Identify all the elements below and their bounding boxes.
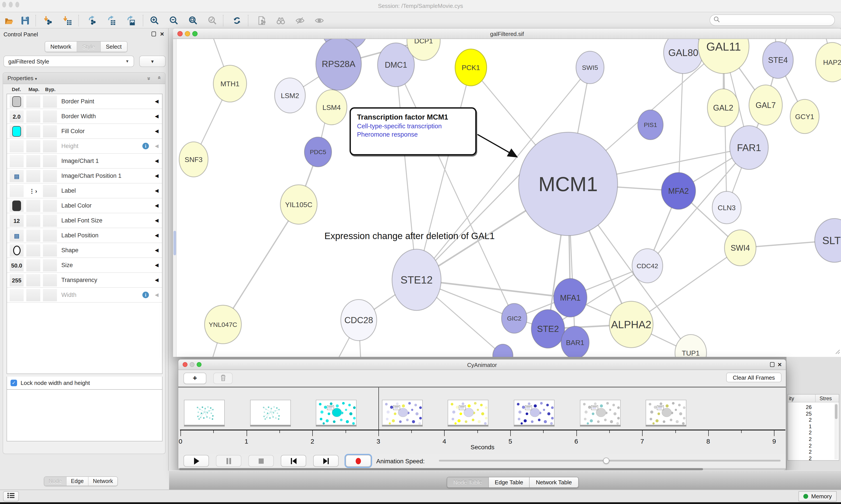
default-value-cell[interactable]: 50.0 (10, 259, 24, 271)
info-icon[interactable]: i (142, 292, 149, 298)
network-node-far1[interactable]: FAR1 (730, 126, 768, 169)
timeline[interactable]: 0123456789 Seconds (178, 388, 786, 454)
default-value-cell[interactable] (10, 244, 24, 257)
network-node-cln3[interactable]: CLN3 (712, 191, 741, 224)
zoom-in-icon[interactable] (149, 15, 160, 26)
timeline-frame-1[interactable] (250, 400, 291, 425)
record-button[interactable] (345, 455, 371, 467)
collapse-arrow-icon[interactable]: ◀ (155, 98, 159, 104)
slider-thumb[interactable] (603, 457, 609, 464)
property-row-image-chart-position-1[interactable]: ▤Image/Chart Position 1◀ (7, 168, 162, 183)
property-row-height[interactable]: Heighti◀ (7, 139, 162, 154)
mapping-cell[interactable] (26, 230, 40, 242)
mapping-cell[interactable] (26, 259, 40, 271)
style-options-button[interactable]: ▼ (139, 56, 165, 67)
info-icon[interactable]: i (142, 143, 149, 149)
default-value-cell[interactable] (10, 95, 24, 108)
bypass-cell[interactable] (43, 244, 57, 257)
refresh-icon[interactable] (231, 15, 243, 26)
bypass-cell[interactable] (43, 185, 57, 197)
skip-end-button[interactable] (313, 455, 339, 467)
float-panel-icon[interactable] (770, 362, 774, 368)
collapse-arrow-icon[interactable]: ◀ (155, 247, 159, 253)
network-node-ste12[interactable]: STE12 (392, 249, 441, 310)
collapse-arrow-icon[interactable]: ◀ (155, 158, 159, 164)
collapse-arrow-icon[interactable]: ◀ (155, 233, 159, 238)
timeline-scrollbar[interactable] (178, 468, 786, 470)
network-node-pck1[interactable]: PCK1 (455, 49, 487, 86)
bypass-cell[interactable] (43, 200, 57, 212)
timeline-frame-3[interactable] (382, 400, 423, 425)
copy-view-icon[interactable] (256, 15, 267, 26)
bypass-cell[interactable] (43, 274, 57, 286)
attribute-table[interactable]: ity Stres 26252122222 (788, 394, 839, 461)
mapping-cell[interactable] (26, 215, 40, 227)
network-node-ste4[interactable]: STE4 (763, 41, 793, 78)
animation-speed-slider[interactable] (439, 460, 781, 462)
memory-button[interactable]: Memory (799, 491, 837, 501)
default-value-cell[interactable] (10, 125, 24, 138)
property-row-label-color[interactable]: Label Color◀ (7, 198, 162, 213)
property-row-transparency[interactable]: 255Transparency◀ (7, 273, 162, 288)
zoom-fit-icon[interactable] (187, 15, 199, 26)
network-node-gcy1[interactable]: GCY1 (790, 100, 819, 133)
property-row-size[interactable]: 50.0Size◀ (7, 258, 162, 273)
timeline-frame-4[interactable] (448, 400, 489, 425)
network-node-gal11[interactable]: GAL11 (698, 39, 749, 74)
tab-network[interactable]: Network (45, 41, 77, 52)
resize-grip-icon[interactable] (834, 348, 840, 356)
export-image-icon[interactable] (124, 15, 136, 26)
default-value-cell[interactable]: ▤ (10, 230, 24, 242)
default-value-cell[interactable] (10, 289, 24, 301)
mapping-cell[interactable] (26, 95, 40, 108)
mapping-cell[interactable] (26, 274, 40, 286)
network-node-ste2[interactable]: STE2 (531, 310, 565, 348)
bypass-cell[interactable] (43, 170, 57, 182)
import-network-icon[interactable] (42, 15, 53, 26)
timeline-frame-7[interactable] (646, 400, 686, 425)
tab-node-table[interactable]: Node Table (447, 477, 489, 487)
network-canvas[interactable]: MTH1LSM2LSM4RPS28ADMC1DCP1PCK1SWI5GAL80G… (173, 39, 841, 357)
default-value-cell[interactable]: 255 (10, 274, 24, 286)
bypass-cell[interactable] (43, 259, 57, 271)
bypass-cell[interactable] (43, 215, 57, 227)
property-row-border-width[interactable]: 2.0Border Width◀ (7, 109, 162, 124)
clear-all-frames-button[interactable]: Clear All Frames (726, 373, 782, 382)
annotation-box[interactable]: Transcription factor MCM1 Cell-type-spec… (350, 107, 477, 156)
bypass-cell[interactable] (43, 155, 57, 167)
show-icon[interactable] (314, 15, 325, 26)
bypass-cell[interactable] (43, 230, 57, 242)
collapse-arrow-icon[interactable]: ◀ (155, 188, 159, 194)
property-row-label-font-size[interactable]: 12Label Font Size◀ (7, 213, 162, 228)
export-network-icon[interactable] (86, 15, 97, 26)
timeline-frame-5[interactable] (514, 400, 555, 425)
network-node-mfa1[interactable]: MFA1 (554, 278, 587, 317)
network-edge[interactable] (396, 65, 416, 280)
mapping-cell[interactable] (26, 125, 40, 138)
zoom-out-icon[interactable] (168, 15, 180, 26)
column-degree[interactable]: ity (789, 395, 794, 401)
table-scrollbar[interactable] (835, 403, 838, 459)
network-node-bar1[interactable]: BAR1 (561, 326, 589, 357)
property-row-image-chart-1[interactable]: Image/Chart 1◀ (7, 154, 162, 168)
network-node-ynl047c[interactable]: YNL047C (204, 305, 241, 344)
network-node-gic2[interactable]: GIC2 (502, 303, 527, 333)
collapse-arrow-icon[interactable]: ◀ (155, 143, 159, 149)
collapse-arrow-icon[interactable]: ◀ (155, 128, 159, 134)
lock-node-size-row[interactable]: ✓ Lock node width and height (6, 377, 162, 390)
network-node-swi5[interactable]: SWI5 (576, 51, 604, 84)
network-node-snf3[interactable]: SNF3 (179, 142, 208, 177)
network-vertical-scrollbar[interactable] (173, 39, 177, 357)
mapping-cell[interactable] (26, 289, 40, 301)
collapse-arrow-icon[interactable]: ◀ (155, 203, 159, 209)
mapping-cell[interactable] (26, 170, 40, 182)
play-button[interactable] (183, 455, 209, 467)
network-node-cdc28[interactable]: CDC28 (341, 300, 377, 341)
network-node-gal7[interactable]: GAL7 (749, 85, 782, 125)
collapse-all-icon[interactable]: » (156, 77, 162, 79)
property-row-border-paint[interactable]: Border Paint◀ (7, 94, 162, 109)
panel-tab-edge[interactable]: Edge (67, 477, 88, 486)
collapse-arrow-icon[interactable]: ◀ (155, 113, 159, 119)
mapping-cell[interactable]: ⋮› (26, 185, 40, 197)
lock-checkbox[interactable]: ✓ (11, 380, 17, 386)
